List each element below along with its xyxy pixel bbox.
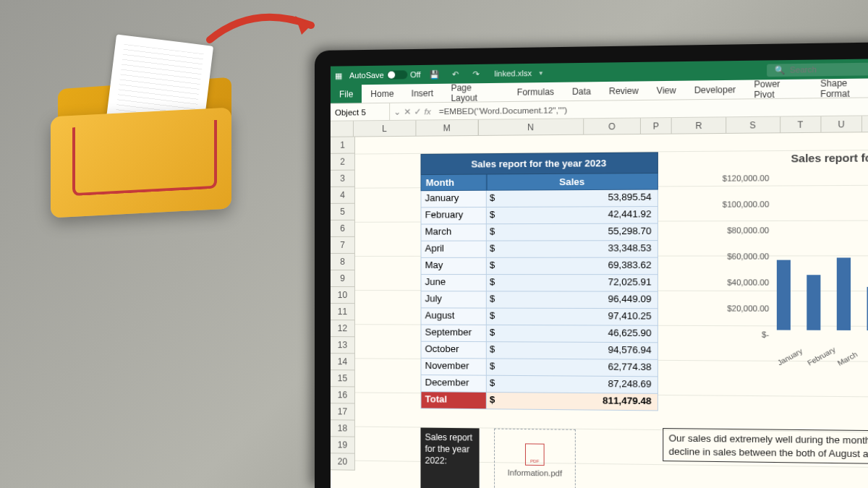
tab-power-pivot[interactable]: Power Pivot — [745, 80, 812, 99]
row-header[interactable]: 16 — [331, 387, 355, 403]
tab-developer[interactable]: Developer — [685, 80, 745, 100]
y-tick: $40,000.00 — [719, 278, 774, 304]
tab-view[interactable]: View — [647, 81, 685, 100]
enter-icon[interactable]: ✓ — [414, 106, 421, 116]
fx-icon[interactable]: fx — [425, 107, 431, 116]
table-row[interactable]: November$62,774.38 — [420, 359, 658, 377]
table-row[interactable]: September$46,625.90 — [420, 325, 658, 343]
row-header[interactable]: 6 — [331, 221, 355, 237]
row-header[interactable]: 8 — [331, 254, 355, 270]
table-row[interactable]: February$42,441.92 — [420, 207, 658, 225]
row-header[interactable]: 7 — [331, 237, 355, 254]
tab-home[interactable]: Home — [362, 84, 402, 103]
row-header[interactable]: 18 — [331, 420, 355, 437]
embedded-word-object[interactable]: Sales report for the year 2022: — [420, 428, 479, 488]
row-header[interactable]: 13 — [331, 337, 355, 354]
worksheet-grid[interactable]: 1234567891011121314151617181920 Sales re… — [331, 132, 868, 478]
table-row[interactable]: August$97,410.25 — [420, 308, 658, 325]
name-box[interactable]: Object 5 — [331, 103, 390, 121]
tab-insert[interactable]: Insert — [403, 84, 443, 103]
col-header[interactable]: N — [478, 119, 584, 135]
row-header[interactable]: 4 — [331, 187, 355, 204]
tab-shape-format[interactable]: Shape Format — [811, 78, 868, 98]
select-all-corner[interactable] — [331, 121, 354, 136]
row-header[interactable]: 15 — [331, 370, 355, 387]
currency-symbol: $ — [487, 325, 503, 342]
col-header[interactable]: U — [821, 116, 862, 132]
chart-y-axis: $120,000.00$100,000.00$80,000.00$60,000.… — [719, 174, 774, 356]
row-header[interactable]: 19 — [331, 437, 355, 453]
table-row[interactable]: January$53,895.54 — [420, 190, 658, 208]
table-total-row: Total $ 811,479.48 — [420, 392, 658, 411]
search-input[interactable] — [790, 64, 868, 74]
text-note[interactable]: Our sales did extremely well during the … — [663, 428, 868, 465]
folder-illustration — [51, 54, 253, 213]
tab-file[interactable]: File — [331, 85, 362, 103]
sales-table[interactable]: Sales report for the year 2023 Month Sal… — [420, 152, 658, 411]
month-cell: October — [420, 342, 486, 359]
cancel-icon[interactable]: ✕ — [404, 106, 411, 116]
row-header[interactable]: 5 — [331, 204, 355, 221]
row-header[interactable]: 20 — [331, 453, 355, 470]
col-header[interactable]: M — [416, 120, 478, 136]
tab-data[interactable]: Data — [563, 82, 600, 100]
table-row[interactable]: July$96,449.09 — [420, 291, 658, 309]
row-header[interactable]: 2 — [331, 154, 355, 171]
sales-chart[interactable]: Sales report for $120,000.00$100,000.00$… — [719, 150, 868, 369]
row-header[interactable]: 3 — [331, 171, 355, 187]
excel-logo-icon: ▦ — [335, 71, 342, 80]
row-header[interactable]: 1 — [331, 137, 355, 154]
row-header[interactable]: 10 — [331, 287, 355, 304]
month-cell: May — [420, 258, 486, 275]
row-header[interactable]: 12 — [331, 320, 355, 337]
autosave-toggle[interactable]: AutoSave Off — [349, 70, 421, 80]
y-tick: $120,000.00 — [719, 174, 774, 200]
table-row[interactable]: October$94,576.94 — [420, 342, 658, 360]
undo-icon[interactable]: ↶ — [448, 69, 461, 79]
row-header[interactable]: 14 — [331, 354, 355, 370]
table-row[interactable]: March$55,298.70 — [420, 224, 658, 241]
redo-icon[interactable]: ↷ — [469, 69, 482, 78]
col-header[interactable]: S — [726, 117, 780, 133]
tab-page-layout[interactable]: Page Layout — [442, 83, 508, 102]
search-box[interactable]: 🔍 — [767, 62, 868, 77]
col-header[interactable]: V — [862, 116, 868, 132]
col-header[interactable]: R — [672, 117, 726, 133]
col-header[interactable]: O — [584, 119, 641, 134]
monitor-frame: ▦ AutoSave Off 💾 ↶ ↷ linked.xlsx ▾ 🔍 Fil… — [315, 42, 868, 488]
tab-review[interactable]: Review — [600, 81, 647, 100]
currency-symbol: $ — [487, 224, 503, 241]
excel-window: ▦ AutoSave Off 💾 ↶ ↷ linked.xlsx ▾ 🔍 Fil… — [331, 59, 868, 488]
chart-bars — [776, 173, 868, 331]
y-tick: $100,000.00 — [719, 200, 774, 226]
table-row[interactable]: June$72,025.91 — [420, 275, 658, 292]
row-header[interactable]: 11 — [331, 304, 355, 320]
chart-bar — [837, 258, 851, 330]
table-row[interactable]: April$33,348.53 — [420, 241, 658, 258]
chart-bar — [777, 260, 791, 330]
chevron-down-icon[interactable]: ▾ — [539, 69, 542, 77]
embedded-pdf-object[interactable]: Information.pdf — [494, 429, 576, 488]
row-header[interactable]: 9 — [331, 270, 355, 287]
value-cell: 62,774.38 — [503, 359, 658, 377]
value-cell: 69,383.62 — [503, 258, 658, 275]
row-header[interactable]: 17 — [331, 403, 355, 420]
currency-symbol: $ — [487, 393, 503, 409]
chart-x-axis: JanuaryFebruaryMarchAprilMayJune — [776, 360, 868, 369]
tab-formulas[interactable]: Formulas — [509, 82, 563, 101]
search-icon: 🔍 — [775, 65, 786, 75]
table-row[interactable]: May$69,383.62 — [420, 258, 658, 275]
chevron-down-icon[interactable]: ⌄ — [393, 106, 401, 116]
currency-symbol: $ — [487, 359, 503, 375]
filename[interactable]: linked.xlsx — [494, 69, 532, 78]
col-header[interactable]: P — [641, 118, 672, 134]
col-header[interactable]: T — [780, 116, 821, 132]
table-row[interactable]: December$87,248.69 — [420, 375, 658, 394]
col-header[interactable]: L — [354, 121, 416, 137]
formula-input[interactable]: =EMBED("Word.Document.12","") — [435, 106, 572, 116]
month-cell: June — [420, 275, 486, 291]
currency-symbol: $ — [487, 258, 503, 275]
save-icon[interactable]: 💾 — [428, 69, 441, 79]
month-cell: February — [420, 207, 486, 225]
y-tick: $80,000.00 — [719, 226, 774, 252]
